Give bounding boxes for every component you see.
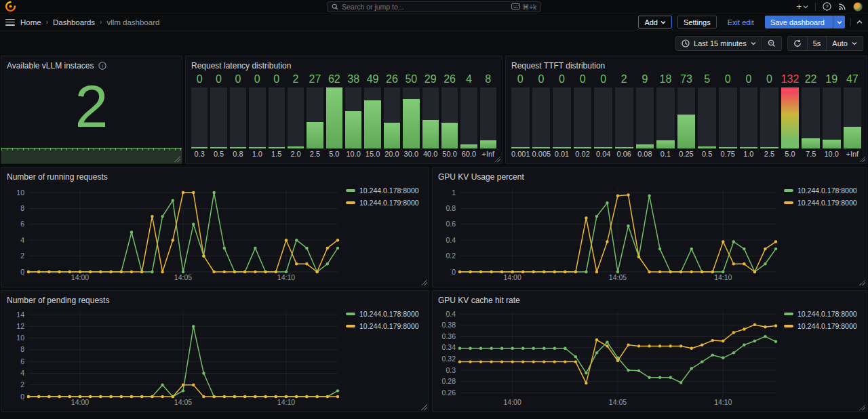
bar-column[interactable]: 272.5 <box>307 73 323 159</box>
bar-column[interactable]: 1325.0 <box>781 73 800 159</box>
panel-resize-handle[interactable] <box>174 156 180 162</box>
kv-usage-chart[interactable]: 00.20.40.60.8114:0014:0514:10 <box>438 182 781 283</box>
panel-resize-handle[interactable] <box>421 279 427 285</box>
settings-button[interactable]: Settings <box>677 16 717 28</box>
grafana-logo-icon[interactable] <box>5 1 16 12</box>
bar-column[interactable]: 2940.0 <box>422 73 439 159</box>
bar-value: 27 <box>307 73 323 86</box>
panel-title[interactable]: Available vLLM instaces i <box>7 60 176 71</box>
panel-title[interactable]: Request latency distribution <box>191 60 496 71</box>
panel-title[interactable]: Number of running requests <box>7 172 423 182</box>
bar-track <box>574 87 592 148</box>
legend-swatch <box>784 313 793 315</box>
bar-column[interactable]: 8+Inf <box>480 73 496 159</box>
bar-column[interactable]: 3810.0 <box>345 73 361 159</box>
panel-resize-handle[interactable] <box>859 404 865 410</box>
bar-value: 8 <box>480 73 496 86</box>
add-menu-button[interactable]: + <box>796 2 808 11</box>
top-nav: ⌘+k + ? <box>0 0 868 14</box>
bar-column[interactable]: 2650.0 <box>441 73 458 159</box>
breadcrumb-dashboards[interactable]: Dashboards <box>53 18 95 26</box>
save-dashboard-button[interactable]: Save dashboard <box>765 16 845 28</box>
bar-column[interactable]: 22.0 <box>288 73 304 159</box>
svg-text:2: 2 <box>20 252 24 260</box>
bar-column[interactable]: 00.005 <box>532 73 551 159</box>
bar-column[interactable]: 2620.0 <box>384 73 400 159</box>
bar-column[interactable]: 01.0 <box>249 73 265 159</box>
kv-hit-rate-chart[interactable]: 0.260.280.30.320.340.360.380.414:0014:05… <box>438 306 781 407</box>
bar-column[interactable]: 20.06 <box>615 73 633 159</box>
panel-title[interactable]: GPU KV Usage percent <box>438 172 861 182</box>
exit-edit-button[interactable]: Exit edit <box>722 16 760 28</box>
bar-track <box>230 87 246 148</box>
panel-title[interactable]: Request TTFT distribution <box>511 60 861 71</box>
legend-item[interactable]: 10.244.0.179:8000 <box>784 199 861 207</box>
bar-column[interactable]: 00.3 <box>191 73 208 159</box>
bar-column[interactable]: 4915.0 <box>364 73 380 159</box>
add-panel-button[interactable]: Add <box>638 16 672 28</box>
panel-title[interactable]: Number of pending requests <box>7 295 423 306</box>
bar-column[interactable]: 00.001 <box>511 73 530 159</box>
ttft-bar-gauge[interactable]: 00.00100.00500.0100.0200.0420.0690.08180… <box>511 71 861 159</box>
bar-column[interactable]: 730.25 <box>677 73 696 159</box>
legend-label: 10.244.0.179:8000 <box>359 322 419 330</box>
user-avatar[interactable] <box>853 2 863 12</box>
bar-value: 26 <box>384 73 400 86</box>
legend-item[interactable]: 10.244.0.178:8000 <box>346 310 423 318</box>
bar-column[interactable]: 90.08 <box>636 73 654 159</box>
legend-item[interactable]: 10.244.0.179:8000 <box>346 199 423 207</box>
bar-column[interactable]: 227.5 <box>802 73 820 159</box>
bar-column[interactable]: 180.1 <box>656 73 675 159</box>
legend-item[interactable]: 10.244.0.179:8000 <box>346 322 423 330</box>
divider <box>815 3 816 11</box>
legend-item[interactable]: 10.244.0.178:8000 <box>346 186 423 195</box>
bar-column[interactable]: 00.02 <box>574 73 592 159</box>
bar-column[interactable]: 625.0 <box>326 73 342 159</box>
bar-column[interactable]: 00.8 <box>230 73 246 159</box>
legend-item[interactable]: 10.244.0.178:8000 <box>784 310 861 318</box>
latency-bar-gauge[interactable]: 00.300.500.801.001.522.0272.5625.03810.0… <box>191 71 496 159</box>
bar-column[interactable]: 00.75 <box>719 73 737 159</box>
panel-resize-handle[interactable] <box>494 156 500 162</box>
collapse-toolbar-button[interactable] <box>856 20 863 24</box>
bar-column[interactable]: 5030.0 <box>403 73 419 159</box>
panel-resize-handle[interactable] <box>859 279 865 285</box>
mega-menu-icon[interactable] <box>5 19 15 26</box>
legend-item[interactable]: 10.244.0.178:8000 <box>784 186 861 195</box>
info-icon[interactable]: i <box>98 62 106 70</box>
save-options-toggle[interactable] <box>833 16 845 28</box>
bar-fill <box>345 111 361 148</box>
bar-column[interactable]: 47+Inf <box>844 73 862 159</box>
bar-column[interactable]: 1910.0 <box>823 73 841 159</box>
refresh-button[interactable] <box>788 37 807 50</box>
panel-resize-handle[interactable] <box>859 156 865 162</box>
zoom-out-button[interactable] <box>762 37 781 50</box>
bar-track <box>422 87 439 148</box>
svg-text:14:10: 14:10 <box>277 273 295 281</box>
news-button[interactable] <box>838 3 846 11</box>
time-range-picker[interactable]: Last 15 minutes <box>676 37 762 50</box>
breadcrumb-home[interactable]: Home <box>20 18 41 26</box>
bar-column[interactable]: 01.5 <box>269 73 285 159</box>
bar-column[interactable]: 50.5 <box>698 73 716 159</box>
pending-requests-chart[interactable]: 0246810121414:0014:0514:10 <box>7 306 343 407</box>
auto-refresh-picker[interactable]: Auto <box>826 37 863 50</box>
refresh-interval-label[interactable]: 5s <box>807 37 827 50</box>
svg-text:14: 14 <box>16 311 24 319</box>
bar-column[interactable]: 01.0 <box>740 73 758 159</box>
panel-resize-handle[interactable] <box>421 404 427 410</box>
help-button[interactable]: ? <box>823 2 831 11</box>
legend-label: 10.244.0.178:8000 <box>797 186 857 195</box>
bar-column[interactable]: 00.01 <box>553 73 571 159</box>
bar-column[interactable]: 02.5 <box>760 73 778 159</box>
bar-column[interactable]: 00.04 <box>594 73 612 159</box>
bar-column[interactable]: 460.0 <box>460 73 477 159</box>
search-bar[interactable]: ⌘+k <box>327 1 541 12</box>
svg-text:8: 8 <box>20 204 24 212</box>
bar-column[interactable]: 00.5 <box>210 73 226 159</box>
panel-title[interactable]: GPU KV cache hit rate <box>438 295 861 306</box>
stat-value: 2 <box>7 71 176 142</box>
legend-item[interactable]: 10.244.0.179:8000 <box>784 322 861 330</box>
search-input[interactable] <box>342 3 508 11</box>
running-requests-chart[interactable]: 024681014:0014:0514:10 <box>7 182 343 283</box>
